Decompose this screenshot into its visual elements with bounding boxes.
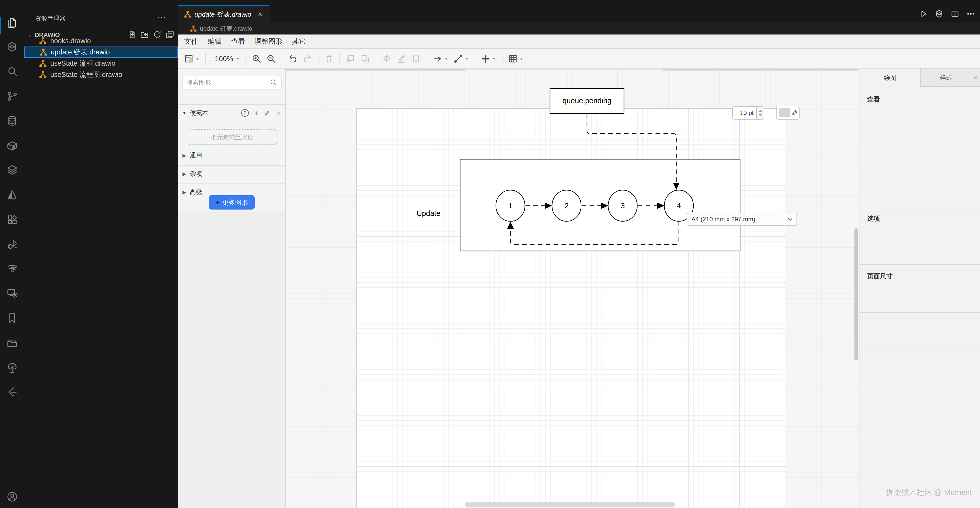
- queue-pending-label: queue.pending: [563, 97, 611, 105]
- activity-item-chatgpt[interactable]: [0, 35, 24, 59]
- view-button[interactable]: ▼: [181, 51, 202, 66]
- page-size-select[interactable]: A4 (210 mm x 297 mm): [687, 212, 797, 226]
- to-front-button[interactable]: [343, 51, 358, 66]
- undo-icon: [288, 54, 298, 64]
- tab-title: update 链表.drawio: [194, 10, 251, 19]
- activity-item-pyramid[interactable]: [0, 183, 24, 206]
- tab-diagram[interactable]: 绘图: [860, 69, 920, 87]
- section-misc[interactable]: ▶ 杂项: [178, 165, 285, 182]
- fill-color-button[interactable]: [379, 51, 394, 66]
- divider: [860, 348, 980, 349]
- grid-color-button[interactable]: [776, 106, 800, 120]
- split-editor-icon[interactable]: [950, 9, 959, 18]
- shadow-button[interactable]: [409, 51, 424, 66]
- line-color-button[interactable]: [394, 51, 409, 66]
- grid-color-swatch: [779, 109, 791, 117]
- waypoints-button[interactable]: ▼: [451, 51, 472, 66]
- ellipsis-icon[interactable]: [966, 9, 975, 18]
- chevron-down-icon: ▼: [492, 57, 496, 61]
- node-3-label: 3: [620, 201, 625, 210]
- activity-item-source-control[interactable]: [0, 85, 24, 108]
- activity-item-blocks[interactable]: [0, 208, 24, 232]
- activity-bar: [0, 5, 24, 508]
- activity-item-explorer[interactable]: [0, 11, 24, 35]
- spinner-down-icon[interactable]: [758, 114, 762, 116]
- layers-icon: [6, 164, 18, 176]
- plus-icon: [481, 54, 490, 64]
- menu-file[interactable]: 文件: [184, 37, 198, 46]
- run-icon[interactable]: [919, 9, 928, 18]
- tab-update-linkedlist[interactable]: update 链表.drawio ×: [178, 5, 269, 22]
- activity-item-todo-tree[interactable]: [0, 356, 24, 380]
- activity-item-accounts[interactable]: [0, 485, 24, 508]
- add-icon[interactable]: +: [255, 109, 258, 117]
- file-row-update-linkedlist[interactable]: update 链表.drawio: [24, 46, 178, 58]
- diagram-canvas[interactable]: Update queue.pending 1 2 3 4: [286, 69, 859, 508]
- search-icon: [6, 65, 18, 77]
- close-icon[interactable]: ×: [971, 69, 980, 87]
- zoom-level-button[interactable]: 100% ▼: [209, 51, 242, 66]
- grid-size-stepper[interactable]: [757, 106, 764, 120]
- menu-view[interactable]: 查看: [231, 37, 245, 46]
- drawio-file-icon: [39, 59, 47, 67]
- close-icon[interactable]: ×: [277, 109, 280, 117]
- undo-button[interactable]: [285, 51, 300, 66]
- section-general[interactable]: ▶ 通用: [178, 147, 285, 163]
- menu-arrange[interactable]: 调整图形: [255, 37, 282, 46]
- file-name: hooks.drawio: [50, 37, 91, 45]
- help-icon[interactable]: ?: [241, 109, 249, 117]
- activity-item-project-manager[interactable]: [0, 331, 24, 355]
- activity-item-layers[interactable]: [0, 158, 24, 182]
- bookmark-icon: [6, 312, 18, 324]
- vertical-scrollbar[interactable]: [854, 228, 858, 360]
- chevron-down-icon: ▼: [444, 57, 449, 61]
- scrollbar-thumb[interactable]: [465, 69, 663, 71]
- delete-button[interactable]: [321, 51, 336, 66]
- activity-item-leetcode[interactable]: [0, 380, 24, 404]
- activity-item-container[interactable]: [0, 134, 24, 157]
- activity-item-database[interactable]: [0, 109, 24, 133]
- more-shapes-button[interactable]: + 更多图形: [209, 195, 255, 209]
- line-style-icon: [453, 54, 463, 64]
- openai-icon[interactable]: [935, 9, 944, 18]
- activity-item-bookmarks[interactable]: [0, 307, 24, 330]
- to-back-button[interactable]: [358, 51, 372, 66]
- menu-extras[interactable]: 其它: [292, 37, 306, 46]
- search-input[interactable]: [182, 76, 282, 89]
- file-row-usestate-flow[interactable]: useState 流程.drawio: [24, 58, 178, 69]
- redo-button[interactable]: [300, 51, 315, 66]
- insert-button[interactable]: ▼: [478, 51, 499, 66]
- section-label: 杂项: [190, 170, 202, 178]
- file-row-usestate-flowchart[interactable]: useState 流程图.drawio: [24, 69, 178, 80]
- openai-icon: [6, 41, 18, 53]
- activity-item-remote-explorer[interactable]: [0, 281, 24, 305]
- grid-size-input[interactable]: 10 pt: [732, 106, 757, 120]
- explorer-more-actions[interactable]: ···: [157, 13, 166, 21]
- update-container-label: Update: [417, 209, 441, 217]
- activity-item-tornado[interactable]: [0, 257, 24, 280]
- divider: [860, 212, 980, 212]
- activity-item-search[interactable]: [0, 60, 24, 83]
- table-button[interactable]: ▼: [506, 51, 526, 66]
- scratchpad-header[interactable]: ▼ 便笺本 ? + ×: [178, 104, 285, 121]
- drawio-editor: 文件 编辑 查看 调整图形 其它 ▼ 100% ▼ ▼: [178, 35, 980, 508]
- connection-button[interactable]: ▼: [430, 51, 451, 66]
- horizontal-scrollbar[interactable]: [465, 502, 675, 507]
- toolbar-separator: [375, 53, 376, 65]
- breadcrumb[interactable]: update 链表.drawio: [178, 22, 980, 35]
- blocks-icon: [6, 214, 18, 226]
- scratchpad-dropzone[interactable]: 把元素拖至此处: [186, 129, 277, 145]
- toolbar-separator: [339, 53, 340, 65]
- file-row-hooks[interactable]: hooks.drawio: [24, 35, 178, 46]
- menu-edit[interactable]: 编辑: [208, 37, 221, 46]
- canvas-top-scroll-strip[interactable]: [286, 69, 858, 71]
- zoom-out-button[interactable]: [264, 51, 279, 66]
- close-icon[interactable]: ×: [258, 10, 262, 19]
- tab-style[interactable]: 样式: [920, 69, 971, 87]
- activity-item-debug[interactable]: [0, 233, 24, 256]
- toolbar-separator: [502, 53, 503, 65]
- file-name: update 链表.drawio: [51, 48, 110, 57]
- edit-pencil-icon[interactable]: [264, 109, 271, 117]
- spinner-up-icon[interactable]: [758, 110, 762, 112]
- zoom-in-button[interactable]: [249, 51, 264, 66]
